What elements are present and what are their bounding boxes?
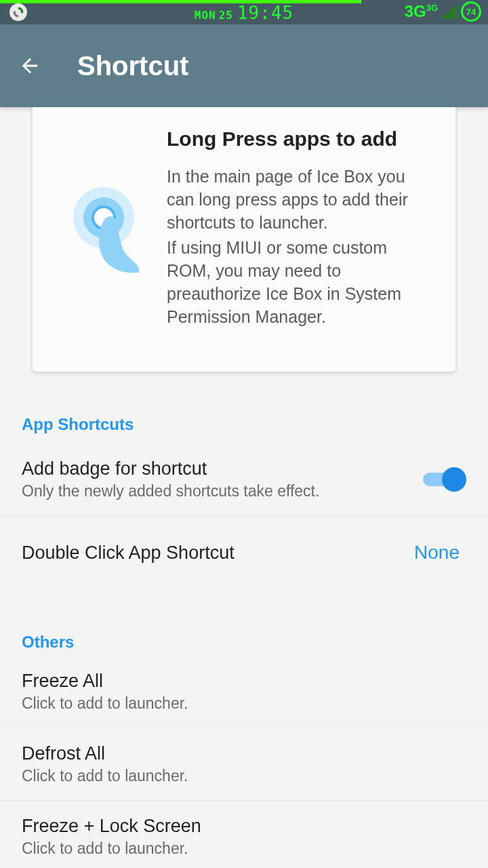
card-para-1: In the main page of Ice Box you can long… [167,165,435,234]
pref-title: Freeze + Lock Screen [22,816,201,837]
page-title: Shortcut [77,51,188,81]
card-para-2: If using MIUI or some custom ROM, you ma… [167,237,435,328]
arrow-back-icon [18,54,41,77]
card-heading: Long Press apps to add [167,127,435,151]
pref-title: Freeze All [22,671,188,692]
status-right: 3G3G 74 [405,1,481,22]
pref-title: Defrost All [22,743,188,764]
pref-subtitle: Click to add to launcher. [22,694,188,713]
status-time: 19:45 [237,3,293,23]
pref-subtitle: Click to add to launcher. [22,840,201,858]
section-title-app-shortcuts: App Shortcuts [0,372,488,443]
pref-subtitle: Click to add to launcher. [22,767,188,785]
section-title-others: Others [0,593,488,656]
pref-title: Double Click App Shortcut [22,542,235,564]
battery-ring-icon: 74 [461,1,481,22]
toggle-switch[interactable] [423,467,466,492]
pref-title: Add badge for shortcut [22,458,319,479]
pref-add-badge[interactable]: Add badge for shortcut Only the newly ad… [0,443,488,516]
back-button[interactable] [18,54,42,78]
pref-subtitle: Only the newly added shortcuts take effe… [22,482,319,500]
touch-illustration [53,127,161,331]
app-bar: Shortcut [0,24,488,107]
info-card: Long Press apps to add In the main page … [33,107,455,372]
finger-icon [98,213,145,274]
signal-icon [441,4,457,19]
switch-thumb [442,467,466,492]
status-date: 25 [219,9,233,22]
pref-freeze-lock[interactable]: Freeze + Lock Screen Click to add to lau… [0,801,488,868]
status-bar: MON2519:45 3G3G 74 [0,0,488,24]
pref-double-click[interactable]: Double Click App Shortcut None [0,516,488,593]
status-clock: MON2519:45 [195,3,293,23]
status-day: MON [195,9,216,22]
progress-bar [0,0,361,3]
pref-value: None [414,542,466,564]
pref-freeze-all[interactable]: Freeze All Click to add to launcher. [0,656,488,728]
network-icon: 3G3G [405,2,438,21]
notification-icon [9,3,27,21]
pref-defrost-all[interactable]: Defrost All Click to add to launcher. [0,728,488,801]
